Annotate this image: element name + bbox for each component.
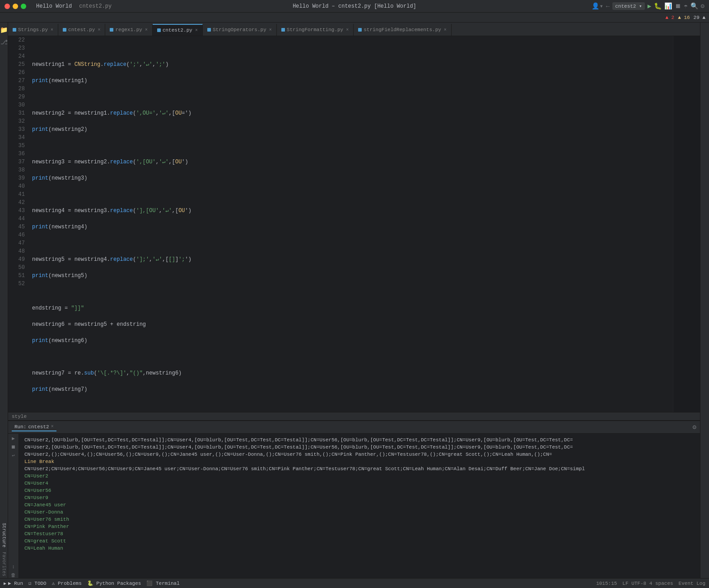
structure-icon[interactable]: Structure <box>0 521 7 549</box>
tab-cntest2-py[interactable]: cntest2.py × <box>153 24 203 36</box>
tab-close[interactable]: × <box>51 28 53 32</box>
breadcrumb-bar: style <box>8 412 700 420</box>
tab-close[interactable]: × <box>346 28 349 32</box>
code-line-41 <box>32 353 669 361</box>
run-line: CN=User56 <box>24 487 695 494</box>
right-sidebar <box>700 23 709 578</box>
code-line-30: print(newstring3) <box>32 174 669 182</box>
code-line-27: print(newstring2) <box>32 125 669 134</box>
python-packages-status-item[interactable]: 🐍 Python Packages <box>87 580 141 586</box>
code-line-28 <box>32 142 669 150</box>
tab-close[interactable]: × <box>145 28 148 32</box>
run-tab-active[interactable]: Run: cntest2 × <box>12 423 56 431</box>
tab-close[interactable]: × <box>195 28 198 33</box>
tab-string-field-replacements[interactable]: stringFieldReplacements.py × <box>354 24 452 36</box>
run-config-name: cntest2 <box>28 424 49 430</box>
run-tab-close[interactable]: × <box>51 424 54 429</box>
tab-close[interactable]: × <box>98 28 100 32</box>
run-line: CN=Jane45 user <box>24 501 695 509</box>
info-indicator[interactable]: 29 ▲ <box>694 15 705 20</box>
code-container[interactable]: 22 23 24 25 26 27 28 29 30 31 32 33 34 3… <box>8 36 700 412</box>
run-status-item[interactable]: ▶ ▶ Run <box>4 580 23 586</box>
commit-icon[interactable]: ⎇ <box>0 37 9 48</box>
run-restart-icon[interactable]: ↩ <box>12 453 15 458</box>
status-bar-right: 1015:15 LF UTF-8 4 spaces Event Log <box>596 581 705 586</box>
run-config-selector[interactable]: cntest2 ▾ <box>612 2 644 10</box>
window-title: Hello World – cntest2.py [Hello World] <box>293 3 416 9</box>
run-settings-icon[interactable]: ⚙ <box>693 423 696 431</box>
code-line-31 <box>32 190 669 199</box>
run-output-wrapper: CN=User2,[OU=blurb,[OU=Test,DC=Test,DC=T… <box>19 434 700 578</box>
code-line-37 <box>32 288 669 296</box>
back-icon[interactable]: ← <box>606 3 610 10</box>
python-packages-label: 🐍 Python Packages <box>87 580 141 586</box>
minimap <box>673 36 700 412</box>
tab-string-formatting[interactable]: StringFormatting.py × <box>277 24 354 36</box>
run-scroll-icon[interactable]: ↕ <box>12 564 15 569</box>
breadcrumb-text: style <box>12 414 27 419</box>
run-play-icon[interactable]: ▶ <box>12 435 15 441</box>
code-editor[interactable]: newstring1 = CNString.replace(';','↵',';… <box>28 36 673 412</box>
run-line: CN=Leah Human <box>24 545 695 552</box>
tab-icon <box>63 28 66 32</box>
run-panel-inner: ▶ ⏹ ↩ ↕ 🗑 CN=User2,[OU=blurb,[OU=Test,DC… <box>8 434 700 578</box>
tab-regex1-py[interactable]: regex1.py × <box>105 24 152 36</box>
code-line-42: newstring7 = re.sub('\[.*?\]',"()",newst… <box>32 369 669 377</box>
tab-string-operators[interactable]: StringOperators.py × <box>203 24 277 36</box>
run-line: CN=User4 <box>24 480 695 487</box>
tab-strings-py[interactable]: Strings.py × <box>8 24 58 36</box>
event-log-link[interactable]: Event Log <box>679 581 705 586</box>
code-line-25 <box>32 93 669 101</box>
run-line-line-break: Line Break <box>24 458 695 465</box>
run-stop-icon[interactable]: ⏹ <box>11 444 16 450</box>
tab-close[interactable]: × <box>444 28 447 32</box>
code-line-32: newstring4 = newstring3.replace('],[OU',… <box>32 207 669 215</box>
minimize-button[interactable] <box>13 4 18 9</box>
favorites-icon[interactable]: Favorites <box>0 550 7 578</box>
run-clear-icon[interactable]: 🗑 <box>11 572 16 578</box>
problems-label: ⚠ Problems <box>52 580 82 586</box>
run-output: CN=User2,[OU=blurb,[OU=Test,DC=Test,DC=T… <box>23 435 696 553</box>
tab-icon <box>110 28 113 32</box>
run-line: CN=User9 <box>24 494 695 501</box>
close-button[interactable] <box>5 4 10 9</box>
status-bar-left: ▶ ▶ Run ☑ TODO ⚠ Problems 🐍 Python Packa… <box>4 580 180 586</box>
code-line-26: newstring2 = newstring1.replace(',OU=','… <box>32 109 669 117</box>
search-icon[interactable]: 🔍 <box>690 2 698 10</box>
run-status-icon: ▶ <box>4 581 6 586</box>
code-line-33: print(newstring4) <box>32 223 669 231</box>
left-activity-bar: 📁 ⎇ Structure Favorites <box>0 23 8 578</box>
warning-indicator[interactable]: ▲ 16 <box>678 15 690 20</box>
tab-icon <box>207 28 211 32</box>
run-icon[interactable]: ▶ <box>648 2 651 10</box>
code-scroll[interactable]: 22 23 24 25 26 27 28 29 30 31 32 33 34 3… <box>8 36 700 412</box>
tab-icon <box>13 28 16 32</box>
todo-status-item[interactable]: ☑ TODO <box>28 580 47 586</box>
cursor-position: 1015:15 <box>596 581 617 586</box>
stop-icon[interactable]: ⏹ <box>675 3 681 10</box>
encoding-info: LF UTF-8 4 spaces <box>622 581 673 586</box>
profile-icon[interactable]: 📊 <box>664 2 672 10</box>
settings-icon[interactable]: ⚙ <box>701 2 704 10</box>
run-tab-label: Run: <box>14 424 26 430</box>
tab-file[interactable]: cntest2.py <box>79 3 112 9</box>
toolbar-right: 👤▾ ← cntest2 ▾ ▶ 🐛 📊 ⏹ ☂ 🔍 ⚙ <box>592 2 704 10</box>
problems-status-item[interactable]: ⚠ Problems <box>52 580 82 586</box>
code-line-35: newstring5 = newstring4.replace('];','↵'… <box>32 255 669 264</box>
window-controls <box>5 4 26 9</box>
terminal-status-item[interactable]: ⬛ Terminal <box>146 580 179 586</box>
debug-icon[interactable]: 🐛 <box>654 2 662 10</box>
account-icon[interactable]: 👤▾ <box>592 2 603 10</box>
maximize-button[interactable] <box>21 4 26 9</box>
coverage-icon[interactable]: ☂ <box>684 2 687 10</box>
error-indicator[interactable]: ▲ 2 <box>665 15 674 20</box>
run-line: CN=User2 <box>24 472 695 480</box>
code-line-29: newstring3 = newstring2.replace(',[OU','… <box>32 158 669 166</box>
tab-close[interactable]: × <box>269 28 272 32</box>
tab-cntest-py[interactable]: cntest.py × <box>58 24 105 36</box>
code-line-39: newstring6 = newstring5 + endstring <box>32 320 669 329</box>
project-icon[interactable]: 📁 <box>0 24 9 36</box>
titlebar: Hello World cntest2.py Hello World – cnt… <box>0 0 709 13</box>
indicators-bar: ▲ 2 ▲ 16 29 ▲ <box>0 13 709 23</box>
main-layout: 📁 ⎇ Structure Favorites Strings.py × cnt… <box>0 23 709 578</box>
